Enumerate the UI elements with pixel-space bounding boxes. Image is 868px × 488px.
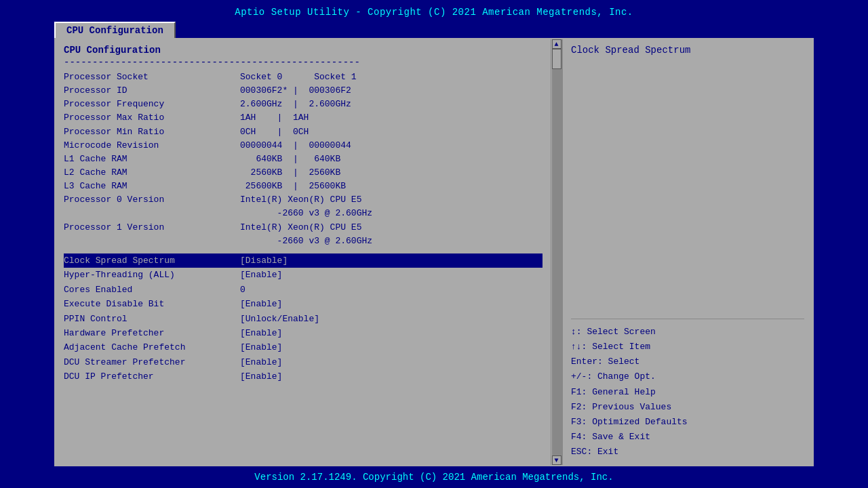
scrollbar[interactable]: ▲ ▼ [551,39,561,465]
info-label-minratio: Processor Min Ratio [64,125,240,139]
config-value-dcu-streamer: [Enable] [240,355,542,369]
config-value-ppin: [Unlock/Enable] [240,312,542,326]
info-value-microcode: 00000044 | 00000044 [240,139,542,152]
key-enter: Enter: Select [571,354,804,369]
left-panel: CPU Configuration ----------------------… [56,39,551,465]
info-value-l3: 25600KB | 25600KB [240,180,542,193]
divider-line: ----------------------------------------… [64,57,542,68]
info-value-socket: Socket 0 Socket 1 [240,70,542,84]
key-f3: F3: Optimized Defaults [571,415,804,430]
footer: Version 2.17.1249. Copyright (C) 2021 Am… [0,466,868,488]
info-label-socket: Processor Socket [64,70,240,84]
info-value-l1: 640KB | 640KB [240,152,542,166]
title-bar: Aptio Setup Utility - Copyright (C) 2021… [0,0,868,22]
key-esc: ESC: Exit [571,445,804,460]
info-label-l2: L2 Cache RAM [64,166,240,180]
info-label-microcode: Microcode Revision [64,139,240,152]
right-panel: Clock Spread Spectrum ↕: Select Screen ↑… [561,39,812,465]
tab-bar: CPU Configuration [0,22,868,38]
info-row-socket: Processor Socket Socket 0 Socket 1 [64,70,542,84]
info-row-maxratio: Processor Max Ratio 1AH | 1AH [64,111,542,125]
info-label-l3: L3 Cache RAM [64,180,240,193]
config-label-ppin: PPIN Control [64,312,240,326]
config-label-hyperthreading: Hyper-Threading (ALL) [64,268,240,282]
config-value-dcu-ip: [Enable] [240,369,542,384]
info-row-proc0: Processor 0 Version Intel(R) Xeon(R) CPU… [64,193,542,220]
footer-text: Version 2.17.1249. Copyright (C) 2021 Am… [254,472,613,483]
info-label-freq: Processor Frequency [64,98,240,111]
title-text: Aptio Setup Utility - Copyright (C) 2021… [235,7,633,18]
key-select-item: ↑↓: Select Item [571,340,804,354]
key-f1: F1: General Help [571,385,804,400]
scroll-thumb[interactable] [552,49,561,69]
config-label-dcu-ip: DCU IP Prefetcher [64,369,240,384]
config-row-clock-spread[interactable]: Clock Spread Spectrum [Disable] [64,253,542,268]
info-value-proc0: Intel(R) Xeon(R) CPU E5 -2660 v3 @ 2.60G… [240,193,542,220]
info-row-microcode: Microcode Revision 00000044 | 00000044 [64,139,542,152]
main-content: CPU Configuration ----------------------… [54,38,814,466]
right-help-title: Clock Spread Spectrum [571,45,804,56]
config-label-dcu-streamer: DCU Streamer Prefetcher [64,355,240,369]
scroll-down-button[interactable]: ▼ [552,455,561,465]
config-label-execute-disable: Execute Disable Bit [64,297,240,311]
scroll-track [552,49,561,455]
info-row-l2: L2 Cache RAM 2560KB | 2560KB [64,166,542,180]
config-row-execute-disable[interactable]: Execute Disable Bit [Enable] [64,297,542,311]
config-row-dcu-ip[interactable]: DCU IP Prefetcher [Enable] [64,369,542,384]
config-row-cores-enabled[interactable]: Cores Enabled 0 [64,283,542,297]
right-divider [571,319,804,319]
config-value-hyperthreading: [Enable] [240,268,542,282]
key-change-opt: +/-: Change Opt. [571,369,804,384]
info-row-l1: L1 Cache RAM 640KB | 640KB [64,152,542,166]
config-value-execute-disable: [Enable] [240,297,542,311]
info-value-minratio: 0CH | 0CH [240,125,542,139]
key-select-screen: ↕: Select Screen [571,325,804,340]
section-title: CPU Configuration [64,45,542,56]
info-row-l3: L3 Cache RAM 25600KB | 25600KB [64,180,542,193]
info-value-l2: 2560KB | 2560KB [240,166,542,180]
scroll-up-button[interactable]: ▲ [552,39,561,49]
info-value-freq: 2.600GHz | 2.600GHz [240,98,542,111]
config-label-hw-prefetch: Hardware Prefetcher [64,326,240,340]
config-value-hw-prefetch: [Enable] [240,326,542,340]
config-value-adj-cache: [Enable] [240,340,542,354]
info-label-id: Processor ID [64,84,240,98]
key-f4: F4: Save & Exit [571,430,804,445]
info-label-proc1: Processor 1 Version [64,221,240,248]
config-label-cores-enabled: Cores Enabled [64,283,240,297]
app: Aptio Setup Utility - Copyright (C) 2021… [0,0,868,488]
config-value-cores-enabled: 0 [240,283,542,297]
config-row-ppin[interactable]: PPIN Control [Unlock/Enable] [64,312,542,326]
info-label-proc0: Processor 0 Version [64,193,240,220]
cpu-config-tab[interactable]: CPU Configuration [54,22,176,38]
config-value-clock-spread: [Disable] [240,253,542,268]
config-row-hyperthreading[interactable]: Hyper-Threading (ALL) [Enable] [64,268,542,282]
info-row-id: Processor ID 000306F2* | 000306F2 [64,84,542,98]
config-label-clock-spread: Clock Spread Spectrum [64,253,240,268]
info-row-minratio: Processor Min Ratio 0CH | 0CH [64,125,542,139]
info-row-proc1: Processor 1 Version Intel(R) Xeon(R) CPU… [64,221,542,248]
info-value-proc1: Intel(R) Xeon(R) CPU E5 -2660 v3 @ 2.60G… [240,221,542,248]
config-row-hw-prefetch[interactable]: Hardware Prefetcher [Enable] [64,326,542,340]
key-help: ↕: Select Screen ↑↓: Select Item Enter: … [571,325,804,460]
info-value-maxratio: 1AH | 1AH [240,111,542,125]
config-label-adj-cache: Adjacent Cache Prefetch [64,340,240,354]
config-row-adj-cache[interactable]: Adjacent Cache Prefetch [Enable] [64,340,542,354]
key-f2: F2: Previous Values [571,400,804,415]
info-row-freq: Processor Frequency 2.600GHz | 2.600GHz [64,98,542,111]
info-label-maxratio: Processor Max Ratio [64,111,240,125]
config-row-dcu-streamer[interactable]: DCU Streamer Prefetcher [Enable] [64,355,542,369]
info-label-l1: L1 Cache RAM [64,152,240,166]
info-value-id: 000306F2* | 000306F2 [240,84,542,98]
